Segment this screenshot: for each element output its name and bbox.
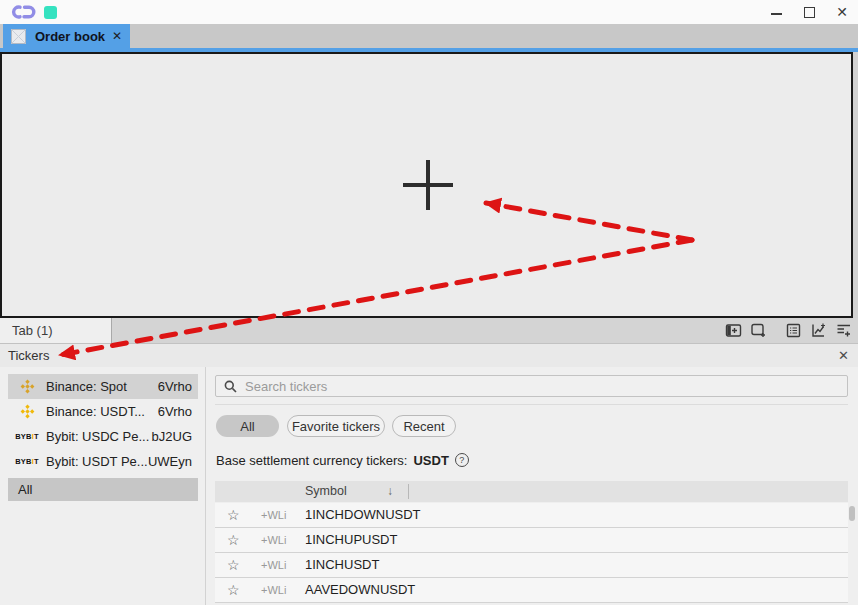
sidebar-divider	[205, 367, 206, 605]
account-id: 6Vrho	[158, 379, 198, 394]
table-row[interactable]: ☆ +WLi 1INCHDOWNUSDT	[215, 503, 848, 528]
add-watchlist-button[interactable]: +WLi	[261, 559, 286, 571]
orderbook-view-icon	[785, 322, 802, 339]
search-box	[215, 375, 848, 397]
star-icon[interactable]: ☆	[227, 507, 240, 523]
account-item-bybit-usdc[interactable]: BYBIT Bybit: USDC Pe... bJ2UG	[8, 424, 198, 449]
search-separator	[215, 404, 848, 405]
account-name: Bybit: USDT Pe...	[46, 454, 148, 469]
orderbook-view-button[interactable]	[785, 322, 802, 339]
table-row[interactable]: ☆ +WLi 1INCHUPUSDT	[215, 528, 848, 553]
column-divider	[408, 484, 409, 499]
app-window: ✕ Order book ✕ Tab (1)	[0, 0, 858, 605]
base-settlement-label: Base settlement currency tickers:	[216, 453, 407, 468]
tickers-panel-header: Tickers ✕	[0, 343, 858, 367]
filter-all-button[interactable]: All	[216, 415, 279, 437]
base-settlement-value: USDT	[413, 453, 448, 468]
main-area	[0, 52, 858, 318]
search-icon	[224, 380, 237, 393]
tickers-close-icon[interactable]: ✕	[838, 344, 849, 367]
add-list-icon	[835, 322, 852, 339]
ticker-symbol: AAVEDOWNUSDT	[305, 578, 415, 602]
duplicate-frame-icon	[750, 322, 767, 339]
window-controls: ✕	[768, 0, 850, 24]
add-frame-icon	[725, 322, 742, 339]
account-name: Binance: USDT...	[46, 404, 158, 419]
table-row[interactable]: ☆ +WLi 1INCHUSDT	[215, 553, 848, 578]
title-bar: ✕	[0, 0, 858, 24]
add-chart-button[interactable]	[810, 322, 827, 339]
minimize-button[interactable]	[768, 2, 784, 22]
tickers-panel-body: Binance: Spot 6Vrho Binance: USDT... 6Vr…	[0, 367, 858, 605]
add-watchlist-button[interactable]: +WLi	[261, 534, 286, 546]
order-book-panel[interactable]	[0, 52, 853, 318]
accounts-all-item[interactable]: All	[8, 478, 198, 501]
symbol-column-header[interactable]: Symbol	[305, 481, 347, 502]
window-close-button[interactable]: ✕	[834, 2, 850, 22]
star-icon[interactable]: ☆	[227, 532, 240, 548]
base-settlement-row: Base settlement currency tickers: USDT ?	[216, 451, 469, 469]
star-icon[interactable]: ☆	[227, 582, 240, 598]
filter-recent-button[interactable]: Recent	[392, 415, 456, 437]
add-list-button[interactable]	[835, 322, 852, 339]
table-scrollbar[interactable]	[849, 506, 855, 521]
account-item-binance-spot[interactable]: Binance: Spot 6Vrho	[8, 374, 198, 399]
binance-icon	[8, 404, 46, 419]
tab-label: Order book	[35, 29, 105, 44]
panel-toolbar	[717, 322, 852, 339]
panel-bottom-bar: Tab (1)	[0, 318, 858, 343]
table-header: Symbol ↓	[215, 481, 848, 502]
ticker-symbol: 1INCHUSDT	[305, 553, 379, 577]
account-name: Bybit: USDC Pe...	[46, 429, 152, 444]
tab-close-icon[interactable]: ✕	[112, 29, 122, 43]
duplicate-frame-button[interactable]	[750, 322, 767, 339]
ticker-symbol: 1INCHDOWNUSDT	[305, 503, 421, 527]
account-item-binance-usdt[interactable]: Binance: USDT... 6Vrho	[8, 399, 198, 424]
app-logo	[11, 4, 57, 20]
maximize-icon	[804, 7, 815, 18]
account-name: Binance: Spot	[46, 379, 158, 394]
sort-descending-icon[interactable]: ↓	[387, 481, 393, 502]
account-id: 6Vrho	[158, 404, 198, 419]
bottom-tab[interactable]: Tab (1)	[0, 318, 112, 343]
add-watchlist-button[interactable]: +WLi	[261, 509, 286, 521]
accounts-list: Binance: Spot 6Vrho Binance: USDT... 6Vr…	[8, 374, 198, 474]
add-watchlist-button[interactable]: +WLi	[261, 584, 286, 596]
tickers-table: ☆ +WLi 1INCHDOWNUSDT ☆ +WLi 1INCHUPUSDT …	[215, 503, 848, 603]
add-chart-icon	[810, 322, 827, 339]
help-icon[interactable]: ?	[455, 453, 469, 467]
table-row[interactable]: ☆ +WLi AAVEDOWNUSDT	[215, 578, 848, 603]
tickers-panel-title: Tickers	[8, 344, 49, 367]
ticker-symbol: 1INCHUPUSDT	[305, 528, 397, 552]
add-frame-button[interactable]	[725, 322, 742, 339]
filter-favorites-button[interactable]: Favorite tickers	[287, 415, 385, 437]
crosshair-plus-icon	[401, 158, 455, 212]
account-item-bybit-usdt[interactable]: BYBIT Bybit: USDT Pe... UWEyn	[8, 449, 198, 474]
bybit-icon: BYBIT	[8, 432, 46, 441]
cscalp-logo-icon	[11, 4, 37, 20]
account-id: bJ2UG	[152, 429, 198, 444]
bybit-icon: BYBIT	[8, 457, 46, 466]
panel-placeholder-icon	[11, 29, 26, 44]
maximize-button[interactable]	[801, 2, 817, 22]
account-id: UWEyn	[148, 454, 198, 469]
binance-icon	[8, 379, 46, 394]
teal-square-logo-icon	[44, 6, 57, 19]
search-input[interactable]	[237, 379, 847, 394]
star-icon[interactable]: ☆	[227, 557, 240, 573]
minimize-icon	[771, 13, 782, 15]
close-icon: ✕	[836, 4, 848, 20]
tab-order-book[interactable]: Order book ✕	[3, 24, 130, 48]
tab-bar: Order book ✕	[0, 24, 858, 48]
